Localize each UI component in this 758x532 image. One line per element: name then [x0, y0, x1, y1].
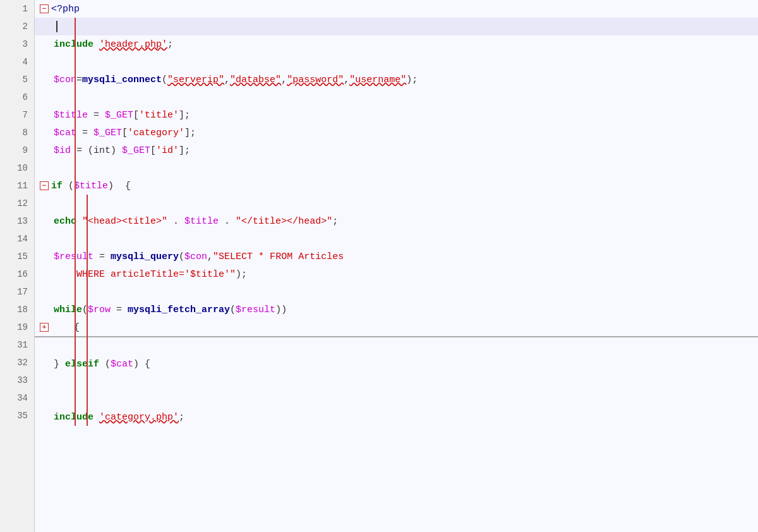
- token-eq-7: =: [88, 110, 105, 121]
- token-fn-fetch: mysqli_fetch_array: [128, 305, 230, 315]
- code-line-19: + {: [35, 318, 758, 336]
- token-echo-13: echo: [54, 216, 76, 227]
- code-content[interactable]: − <?php include 'header.php' ; $con = my…: [35, 0, 758, 532]
- ln-34: 34: [0, 389, 34, 407]
- token-paren-32: (: [99, 359, 111, 370]
- token-while-18: while: [54, 305, 82, 315]
- token-br-7: [: [133, 110, 139, 121]
- ln-35: 35: [0, 407, 34, 425]
- line-numbers: 1 2 3 4 5 6 7 8 9 10 11 12 13 14 15 16 1…: [0, 0, 35, 532]
- token-cat-var: $cat: [54, 128, 76, 138]
- ln-2: 2: [0, 18, 34, 35]
- token-str-password: "password": [287, 75, 344, 85]
- token-id-var: $id: [54, 145, 71, 156]
- ln-13: 13: [0, 212, 34, 230]
- token-str-serverip: "serverip": [167, 75, 224, 85]
- token-var-title-11: $title: [74, 181, 108, 191]
- code-line-31: [35, 337, 758, 355]
- ln-19: 19: [0, 318, 34, 336]
- token-str-title: 'title': [139, 110, 179, 121]
- token-comma-1: ,: [224, 75, 230, 85]
- token-str-databse: "databse": [230, 75, 281, 85]
- token-br-9: [: [150, 145, 156, 156]
- ln-31: 31: [0, 336, 34, 354]
- token-semi-3: ;: [167, 39, 173, 50]
- token-fn-connect: mysqli_connect: [82, 75, 162, 85]
- code-line-35: include 'category.php' ;: [35, 408, 758, 426]
- token-cat-32: $cat: [111, 359, 133, 370]
- ln-17: 17: [0, 283, 34, 301]
- token-str-category: 'category': [128, 128, 184, 138]
- token-dot-13a: .: [167, 216, 184, 227]
- token-str-where: WHERE articleTitle='$title'": [76, 269, 236, 280]
- token-fn-query: mysqli_query: [111, 251, 179, 262]
- token-str-head: "<head><title>": [82, 216, 167, 227]
- token-var-con: $con: [54, 75, 76, 85]
- token-space-35: [93, 412, 99, 423]
- code-line-13: echo "<head><title>" . $title . "</title…: [35, 212, 758, 230]
- token-if-11: if: [51, 181, 63, 191]
- code-line-14: [35, 230, 758, 248]
- token-end-8: ];: [184, 128, 196, 138]
- code-line-33: [35, 373, 758, 390]
- token-get-7: $_GET: [105, 110, 133, 121]
- code-line-5: $con = mysqli_connect ( "serverip" , "da…: [35, 71, 758, 88]
- token-php-open: <?php: [51, 4, 80, 15]
- ln-16: 16: [0, 265, 34, 283]
- token-sp-13: [76, 216, 82, 227]
- code-line-6: [35, 88, 758, 106]
- code-line-17: [35, 283, 758, 301]
- ln-12: 12: [0, 195, 34, 212]
- token-close-32: ) {: [133, 359, 150, 370]
- token-get-8: $_GET: [93, 128, 122, 138]
- token-indent-16: [54, 269, 76, 280]
- code-line-7: $title = $_GET [ 'title' ];: [35, 106, 758, 124]
- fold-marker-19[interactable]: +: [40, 323, 49, 332]
- token-semi-13: ;: [332, 216, 338, 227]
- token-closebrace-32: }: [54, 359, 65, 370]
- token-string-3: 'header.php': [99, 39, 167, 50]
- token-semi-35: ;: [179, 412, 184, 423]
- token-elseif-32: elseif: [65, 359, 99, 370]
- token-eq-5: =: [76, 75, 82, 85]
- token-include-3: include: [54, 39, 93, 50]
- token-close-11: ) {: [108, 181, 131, 191]
- code-line-34: [35, 390, 758, 408]
- ln-4: 4: [0, 53, 34, 71]
- code-line-2: [35, 18, 758, 35]
- ln-5: 5: [0, 71, 34, 88]
- ln-18: 18: [0, 301, 34, 318]
- ln-14: 14: [0, 230, 34, 248]
- code-editor: 1 2 3 4 5 6 7 8 9 10 11 12 13 14 15 16 1…: [0, 0, 758, 532]
- code-line-1: − <?php: [35, 0, 758, 18]
- token-close-18: )): [275, 305, 287, 315]
- token-dot-13b: .: [219, 216, 236, 227]
- token-str-category: 'category.php': [99, 412, 179, 423]
- code-line-8: $cat = $_GET [ 'category' ];: [35, 124, 758, 142]
- code-line-15: $result = mysqli_query ( $con , "SELECT …: [35, 248, 758, 265]
- ln-6: 6: [0, 88, 34, 106]
- ln-3: 3: [0, 35, 34, 53]
- token-str-headclose: "</title></head>": [236, 216, 332, 227]
- ln-1: 1: [0, 0, 34, 18]
- text-cursor: [56, 21, 57, 32]
- token-str-id: 'id': [156, 145, 179, 156]
- ln-8: 8: [0, 124, 34, 142]
- token-paren-18b: (: [230, 305, 236, 315]
- token-space-3: [93, 39, 99, 50]
- fold-marker-11[interactable]: −: [40, 181, 49, 190]
- code-line-4: [35, 53, 758, 71]
- code-line-11: − if ( $title ) {: [35, 177, 758, 195]
- code-line-18: while ( $row = mysqli_fetch_array ( $res…: [35, 301, 758, 318]
- fold-marker-1[interactable]: −: [40, 4, 49, 13]
- token-eq-15: =: [93, 251, 111, 262]
- code-line-16: WHERE articleTitle='$title'" );: [35, 265, 758, 283]
- token-eq-18: =: [111, 305, 128, 315]
- ln-11: 11: [0, 177, 34, 195]
- token-paren-5: (: [162, 75, 167, 85]
- token-close-5: );: [406, 75, 418, 85]
- token-result-18: $result: [236, 305, 275, 315]
- token-comma-3: ,: [344, 75, 349, 85]
- token-comma-15: ,: [207, 251, 213, 262]
- token-paren-15: (: [179, 251, 184, 262]
